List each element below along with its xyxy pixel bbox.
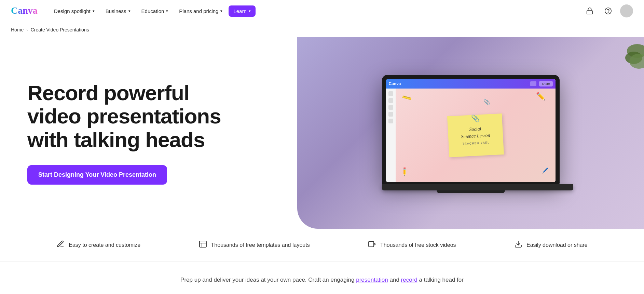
feature-create: Easy to create and customize — [56, 240, 140, 250]
breadcrumb-separator: › — [26, 27, 28, 32]
record-link[interactable]: record — [401, 277, 417, 283]
feature-create-label: Easy to create and customize — [69, 242, 140, 248]
laptop: Canva Share — [382, 75, 560, 198]
laptop-screen-inner: Canva Share — [386, 79, 556, 182]
note-title: SocialScience Lesson — [461, 125, 490, 140]
sidebar-item — [388, 119, 393, 123]
navbar: Canva Design spotlight ▾ Business ▾ Educ… — [0, 0, 644, 22]
marker-icon: 🖊️ — [542, 167, 549, 174]
note-teacher: TEACHER YAEL — [462, 141, 490, 145]
nav-links: Design spotlight ▾ Business ▾ Education … — [49, 5, 583, 17]
sidebar-item — [388, 112, 393, 117]
bottom-text-after: a talking head for — [417, 277, 464, 283]
create-icon — [56, 240, 65, 250]
chevron-down-icon: ▾ — [166, 9, 168, 13]
pencil-icon: ✏️ — [399, 166, 410, 177]
bottom-text-section: Prep up and deliver your ideas at your o… — [0, 262, 644, 294]
feature-download-label: Easily download or share — [526, 242, 588, 248]
avatar[interactable] — [620, 4, 633, 17]
chevron-down-icon: ▾ — [220, 9, 222, 13]
laptop-content: 📏 ✏️ ✏️ 📎 🖊️ 📎 SocialScience Lesson — [386, 89, 556, 182]
features-bar: Easy to create and customize Thousands o… — [0, 229, 644, 262]
share-button[interactable]: Share — [539, 81, 553, 86]
laptop-sidebar — [386, 89, 396, 182]
nav-item-design-spotlight[interactable]: Design spotlight ▾ — [49, 5, 99, 17]
templates-icon — [199, 240, 207, 250]
nav-item-business[interactable]: Business ▾ — [101, 5, 135, 17]
breadcrumb-current: Create Video Presentations — [31, 27, 89, 32]
nav-item-education[interactable]: Education ▾ — [137, 5, 173, 17]
breadcrumb-home[interactable]: Home — [11, 27, 24, 32]
feature-videos: Thousands of free stock videos — [368, 240, 456, 250]
lock-icon-button[interactable] — [583, 4, 596, 17]
feature-videos-label: Thousands of free stock videos — [380, 242, 456, 248]
laptop-titlebar: Canva Share — [386, 79, 556, 89]
presentation-link[interactable]: presentation — [356, 277, 388, 283]
svg-point-3 — [608, 12, 608, 13]
svg-rect-8 — [369, 241, 374, 247]
nav-right — [583, 4, 633, 17]
feature-templates: Thousands of free templates and layouts — [199, 240, 310, 250]
binder-clip-icon: 📎 — [471, 114, 480, 122]
sidebar-item — [388, 98, 393, 103]
paperclip-icon: 📎 — [483, 99, 490, 105]
download-icon — [514, 240, 522, 250]
help-icon-button[interactable] — [602, 4, 615, 17]
laptop-base — [382, 184, 573, 190]
titlebar-avatar-icon — [530, 81, 536, 86]
pen-icon: ✏️ — [536, 92, 545, 101]
hero-right: Canva Share — [297, 37, 644, 229]
laptop-screen-outer: Canva Share — [382, 75, 560, 184]
bottom-text-middle: and — [388, 277, 401, 283]
feature-templates-label: Thousands of free templates and layouts — [211, 242, 310, 248]
start-designing-button[interactable]: Start Designing Your Video Presentation — [27, 165, 167, 185]
chevron-down-icon: ▾ — [93, 9, 95, 13]
hero-section: Record powerful video presentations with… — [0, 37, 644, 229]
hero-heading: Record powerful video presentations with… — [27, 81, 286, 151]
chevron-down-icon: ▾ — [249, 9, 251, 13]
chevron-down-icon: ▾ — [128, 9, 131, 13]
svg-rect-1 — [587, 11, 593, 14]
svg-rect-7 — [200, 241, 206, 247]
sidebar-item — [388, 105, 393, 110]
ruler-icon: 📏 — [401, 92, 412, 103]
sidebar-item — [388, 91, 393, 96]
bottom-text-before: Prep up and deliver your ideas at your o… — [180, 277, 356, 283]
laptop-canvas: 📏 ✏️ ✏️ 📎 🖊️ 📎 SocialScience Lesson — [396, 89, 556, 182]
videos-icon — [368, 240, 376, 250]
feature-download: Easily download or share — [514, 240, 588, 250]
plant-decoration — [617, 37, 644, 99]
breadcrumb: Home › Create Video Presentations — [0, 22, 644, 37]
nav-item-plans-pricing[interactable]: Plans and pricing ▾ — [174, 5, 227, 17]
canva-logo[interactable]: Canva — [11, 5, 38, 17]
hero-left: Record powerful video presentations with… — [0, 37, 297, 229]
laptop-container: Canva Share — [297, 37, 644, 229]
nav-item-learn[interactable]: Learn ▾ — [229, 5, 255, 17]
laptop-foot — [437, 190, 505, 193]
svg-text:Canva: Canva — [11, 5, 38, 16]
laptop-canva-logo: Canva — [389, 81, 401, 86]
